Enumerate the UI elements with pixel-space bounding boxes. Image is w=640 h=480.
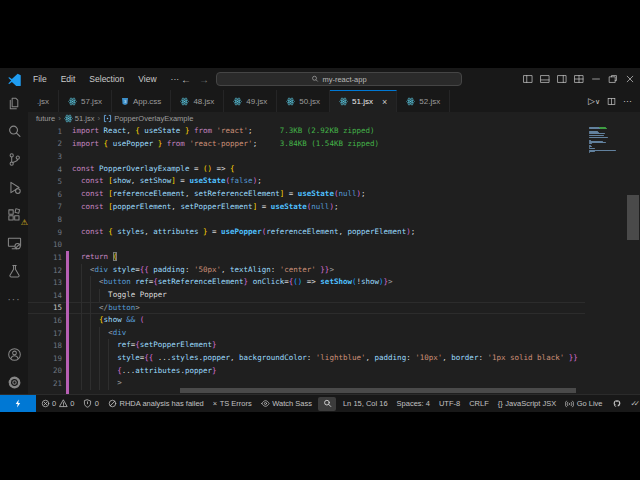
code-line-2[interactable]: 2import { usePopper } from 'react-popper… xyxy=(28,138,640,151)
code-line-16[interactable]: 16 {show && ( xyxy=(28,314,640,327)
code-line-12[interactable]: 12 <div style={{ padding: '50px', textAl… xyxy=(28,264,640,277)
activity-extensions-icon[interactable]: ⚠ xyxy=(4,207,24,223)
status-security-count[interactable]: 0 xyxy=(79,395,104,412)
menu-file[interactable]: File xyxy=(26,68,54,90)
close-icon[interactable] xyxy=(621,68,638,90)
layout-sidebar-left-icon[interactable] xyxy=(519,68,536,90)
code-text: const [popperElement, setPopperElement] … xyxy=(72,201,338,214)
status-cursor-position[interactable]: Ln 15, Col 16 xyxy=(338,395,392,412)
code-line-1[interactable]: 1import React, { useState } from 'react'… xyxy=(28,125,640,138)
code-line-8[interactable]: 8 xyxy=(28,213,640,226)
status-language-mode[interactable]: {}JavaScript JSX xyxy=(493,395,560,412)
status-label: Go Live xyxy=(577,399,603,408)
back-arrow-icon[interactable]: ← xyxy=(181,74,191,85)
forward-arrow-icon[interactable]: → xyxy=(199,74,209,85)
line-number: 4 xyxy=(28,165,62,174)
code-line-9[interactable]: 9 const { styles, attributes } = usePopp… xyxy=(28,226,640,239)
breadcrumb-future[interactable]: future xyxy=(36,114,55,123)
breadcrumb-51-jsx[interactable]: 51.jsx xyxy=(64,114,95,123)
vertical-scrollbar[interactable] xyxy=(626,125,640,394)
layout-sidebar-right-icon[interactable] xyxy=(553,68,570,90)
status-github[interactable] xyxy=(607,395,626,412)
code-line-18[interactable]: 18 ref={setPopperElement} xyxy=(28,339,640,352)
split-editor-icon[interactable] xyxy=(607,97,616,106)
restore-icon[interactable] xyxy=(604,68,621,90)
code-line-10[interactable]: 10 xyxy=(28,238,640,251)
code-line-13[interactable]: 13 <button ref={setReferenceElement} onC… xyxy=(28,276,640,289)
tab-50-jsx[interactable]: 50.jsx xyxy=(277,90,330,112)
react-file-icon xyxy=(180,97,189,106)
tab-52-jsx[interactable]: 52.jsx xyxy=(397,90,450,112)
code-line-15[interactable]: 15 </button> xyxy=(28,302,640,315)
tab-label: App.css xyxy=(133,97,161,106)
minimap[interactable] xyxy=(585,125,626,394)
code-line-4[interactable]: 4const PopperOverlayExample = () => { xyxy=(28,163,640,176)
line-number: 6 xyxy=(28,190,62,199)
status-go-live[interactable]: Go Live xyxy=(561,395,607,412)
tab-label: 50.jsx xyxy=(299,97,320,106)
status-problems[interactable]: 00 xyxy=(36,395,79,412)
code-line-19[interactable]: 19 style={{ ...styles.popper, background… xyxy=(28,352,640,365)
activity-testing-icon[interactable] xyxy=(4,263,24,279)
code-lines: 1import React, { useState } from 'react'… xyxy=(28,125,640,390)
status-label: UTF-8 xyxy=(439,399,460,408)
status-search-status[interactable] xyxy=(318,397,336,411)
code-text: <div xyxy=(72,327,126,340)
editor[interactable]: 1import React, { useState } from 'react'… xyxy=(28,125,640,394)
menu-view[interactable]: View xyxy=(131,68,163,90)
run-button[interactable]: ▷∨ xyxy=(588,96,600,106)
tab-49-jsx[interactable]: 49.jsx xyxy=(224,90,277,112)
status-label: JavaScript JSX xyxy=(505,399,556,408)
status-encoding[interactable]: UTF-8 xyxy=(434,395,464,412)
line-number: 19 xyxy=(28,354,62,363)
code-line-17[interactable]: 17 <div xyxy=(28,327,640,340)
status-rhda[interactable]: RHDA analysis has failed xyxy=(104,395,209,412)
extensions-warning-badge: ⚠ xyxy=(21,219,28,227)
more-actions-icon[interactable]: ··· xyxy=(623,96,632,106)
menu-selection[interactable]: Selection xyxy=(82,68,131,90)
status-ts-errors[interactable]: ×TS Errors xyxy=(208,395,256,412)
status-eol[interactable]: CRLF xyxy=(465,395,494,412)
code-line-5[interactable]: 5 const [show, setShow] = useState(false… xyxy=(28,175,640,188)
activity-remote-explorer-icon[interactable] xyxy=(4,235,24,251)
tab-51-jsx[interactable]: 51.jsx× xyxy=(330,90,397,112)
activity-run-debug-icon[interactable] xyxy=(4,179,24,195)
tab-jsx[interactable]: .jsx xyxy=(28,90,59,112)
code-line-7[interactable]: 7 const [popperElement, setPopperElement… xyxy=(28,201,640,214)
tab-strip: .jsx57.jsx3App.css48.jsx49.jsx50.jsx51.j… xyxy=(28,90,450,112)
tab-48-jsx[interactable]: 48.jsx xyxy=(171,90,224,112)
react-file-icon xyxy=(339,97,348,106)
tab-57-jsx[interactable]: 57.jsx xyxy=(59,90,112,112)
breadcrumb-separator: › xyxy=(97,114,100,123)
layout-customize-icon[interactable] xyxy=(570,68,587,90)
breadcrumb-popperoverlayexample[interactable]: PopperOverlayExample xyxy=(103,114,193,123)
remote-indicator[interactable] xyxy=(0,395,36,412)
activity-account-icon[interactable] xyxy=(4,346,24,362)
activity-more-icon[interactable]: ··· xyxy=(4,291,24,307)
git-modified-marker xyxy=(66,251,69,394)
eye-icon xyxy=(261,399,270,408)
tab-app-css[interactable]: 3App.css xyxy=(112,90,171,112)
layout-panel-icon[interactable] xyxy=(536,68,553,90)
command-center-search[interactable]: my-react-app xyxy=(216,72,462,86)
code-line-3[interactable]: 3 xyxy=(28,150,640,163)
activity-settings-icon[interactable] xyxy=(4,374,24,390)
code-line-6[interactable]: 6 const [referenceElement, setReferenceE… xyxy=(28,188,640,201)
code-line-20[interactable]: 20 {...attributes.popper} xyxy=(28,365,640,378)
menu-edit[interactable]: Edit xyxy=(54,68,83,90)
tab-close-icon[interactable]: × xyxy=(382,97,387,107)
code-line-14[interactable]: 14 Toggle Popper xyxy=(28,289,640,302)
status-indentation[interactable]: Spaces: 4 xyxy=(392,395,434,412)
warning-icon xyxy=(59,399,68,408)
horizontal-scrollbar-thumb[interactable] xyxy=(180,388,576,393)
code-text: style={{ ...styles.popper, backgroundCol… xyxy=(72,352,578,365)
vertical-scrollbar-thumb[interactable] xyxy=(627,195,639,240)
activity-source-control-icon[interactable] xyxy=(4,151,24,167)
status-watch-sass[interactable]: Watch Sass xyxy=(256,395,316,412)
letterbox-top xyxy=(0,0,640,68)
status-prettier[interactable]: ✓✓Prettier xyxy=(626,395,640,412)
activity-search-icon[interactable] xyxy=(4,123,24,139)
minimize-icon[interactable] xyxy=(587,68,604,90)
code-line-11[interactable]: 11 return ( xyxy=(28,251,640,264)
activity-explorer-icon[interactable] xyxy=(4,95,24,111)
